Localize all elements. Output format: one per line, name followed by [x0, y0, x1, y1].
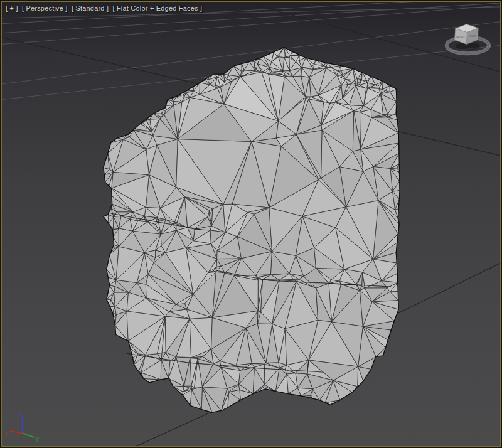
viewport-label: [ + ] [ Perspective ] [ Standard ] [ Fla…	[6, 4, 204, 13]
axis-x-icon	[10, 431, 23, 433]
viewcube-part[interactable]: RIGHT	[469, 35, 477, 38]
axis-y-icon	[23, 433, 35, 437]
viewport-general-menu[interactable]: [ + ]	[6, 4, 18, 12]
world-axis-tripod: xyz	[4, 410, 40, 442]
rock-mesh-object[interactable]	[103, 47, 400, 412]
viewcube-part[interactable]: FRONT	[456, 36, 465, 39]
viewport[interactable]: FRONTRIGHT xyz [ + ] [ Perspective ] [ S…	[1, 1, 501, 447]
svg-text:y: y	[36, 435, 40, 442]
grid-line	[396, 263, 500, 314]
application-frame: FRONTRIGHT xyz [ + ] [ Perspective ] [ S…	[0, 0, 502, 448]
viewport-standard-menu[interactable]: [ Standard ]	[72, 4, 109, 12]
svg-text:x: x	[4, 430, 8, 436]
grid-line	[134, 409, 216, 446]
viewport-shading-menu[interactable]: [ Flat Color + Edged Faces ]	[112, 4, 202, 12]
svg-text:z: z	[19, 410, 23, 416]
viewport-pov-menu[interactable]: [ Perspective ]	[22, 4, 68, 12]
viewcube[interactable]: FRONTRIGHT	[447, 24, 489, 54]
viewport-canvas[interactable]: FRONTRIGHT xyz	[2, 2, 500, 446]
